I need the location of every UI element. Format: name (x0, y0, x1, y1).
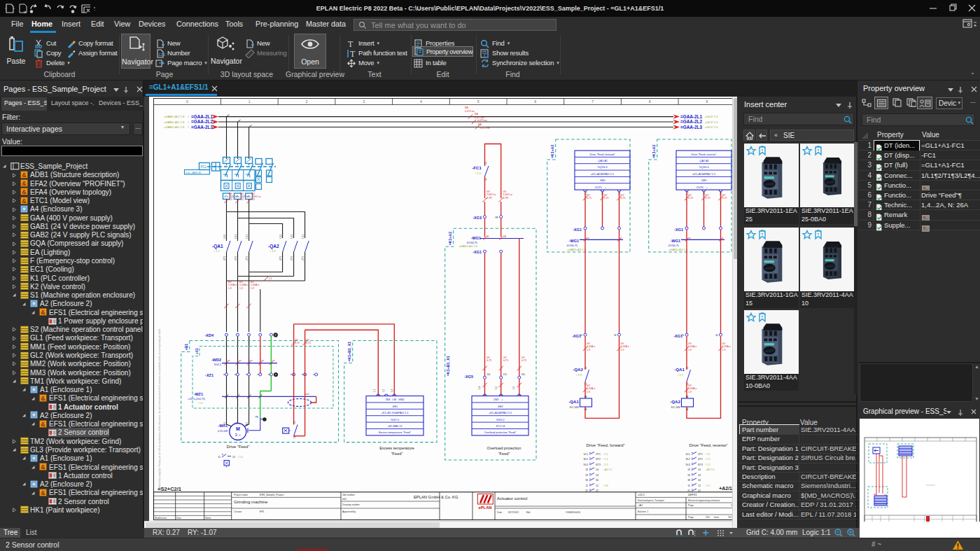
svg-text:=K1+B1_X1: =K1+B1_X1 (347, 342, 351, 362)
svg-text:=K1+A2&EPA1/ 5.5: =K1+A2&EPA1/ 5.5 (591, 173, 614, 176)
svg-text:1,9: 1,9 (587, 391, 590, 393)
svg-text:/ 1.1: / 1.1 (603, 458, 608, 461)
svg-text:RA: RA (475, 113, 478, 116)
svg-text:GY: GY (587, 342, 591, 345)
svg-text:-FC1:14: -FC1:14 (496, 425, 505, 428)
svg-text:34: 34 (596, 479, 598, 482)
svg-text:110: 110 (487, 373, 491, 376)
svg-text:Drive "Feed": Drive "Feed" (227, 445, 249, 449)
svg-text:33: 33 (687, 479, 690, 482)
svg-text:-XG1: -XG1 (573, 228, 582, 232)
svg-text:2/T1: 2/T1 (596, 453, 601, 456)
svg-text:+A2/ 1.5: +A2/ 1.5 (706, 468, 715, 471)
svg-text:-WD2: -WD2 (211, 358, 221, 362)
svg-text:1,3: 1,3 (391, 389, 393, 392)
svg-text:Actuator control: Actuator control (497, 496, 527, 501)
svg-text:0,75: 0,75 (295, 342, 300, 344)
svg-text:GY: GY (621, 342, 625, 345)
svg-text:0,75: 0,75 (722, 197, 727, 200)
svg-text:=GAB2+A2/ 1.6: =GAB2+A2/ 1.6 (458, 245, 477, 248)
svg-text:30: 30 (614, 334, 617, 337)
svg-text:ePLAN: ePLAN (479, 505, 492, 510)
svg-text:%QX4.4: %QX4.4 (699, 166, 708, 169)
svg-text:13: 13 (687, 468, 690, 471)
svg-text:B1: B1 (486, 235, 489, 238)
svg-text:4-473 sw: 4-473 sw (465, 110, 475, 113)
svg-text:=GAA-2L3: =GAA-2L3 (191, 125, 214, 130)
svg-text:-MA1: -MA1 (218, 424, 227, 428)
svg-text:GY: GY (587, 384, 591, 387)
svg-text:=K1+A2: =K1+A2 (652, 145, 656, 158)
svg-text:11: 11 (584, 367, 587, 369)
svg-text:OUT5 + -: OUT5 + - (594, 186, 610, 189)
svg-text:Date: Date (497, 511, 502, 514)
svg-text:1,9: 1,9 (251, 287, 254, 290)
svg-text:1,4...2A N 26: 1,4...2A N 26 (186, 172, 201, 174)
svg-text:GY: GY (688, 194, 692, 197)
svg-text:/ 1.1: / 1.1 (475, 172, 482, 175)
svg-text:GY: GY (722, 342, 727, 345)
svg-text:FC1: FC1 (201, 165, 207, 169)
svg-text:/ 1.9: / 1.9 (270, 249, 276, 253)
svg-text:SG2,5: SG2,5 (214, 363, 221, 366)
svg-text:EPLAN GmbH & Co. KG: EPLAN GmbH & Co. KG (414, 495, 458, 499)
svg-text:1,05A a: 1,05A a (688, 345, 696, 348)
svg-text:1/L1: 1/L1 (302, 235, 304, 239)
svg-text:+B1-MA1:12: +B1-MA1:12 (387, 425, 402, 428)
svg-text:5/L3: 5/L3 (685, 463, 690, 466)
svg-text:2/T1: 2/T1 (246, 256, 248, 260)
svg-text:1,2: 1,2 (382, 389, 385, 392)
svg-text:13: 13 (293, 421, 296, 424)
svg-text:&: & (41, 421, 46, 428)
svg-text:%IX7.0: %IX7.0 (391, 419, 399, 421)
svg-text:Name: Name (205, 517, 211, 519)
svg-text:%IX3.2: %IX3.2 (496, 419, 504, 421)
svg-text:-XD4: -XD4 (204, 333, 214, 337)
svg-text:1,4: 1,4 (478, 386, 481, 389)
svg-text:+K1+A2&EPA1/ 2.5: +K1+A2&EPA1/ 2.5 (489, 412, 512, 414)
svg-text:2/T1: 2/T1 (698, 453, 703, 456)
svg-text:-WG1: -WG1 (569, 239, 579, 243)
svg-text:1/GB4500020: 1/GB4500020 (566, 511, 580, 514)
svg-text:0,75: 0,75 (587, 197, 592, 200)
svg-text:-XG1: -XG1 (674, 228, 683, 232)
svg-text:4/T2: 4/T2 (698, 458, 703, 461)
svg-text:from: from (714, 516, 719, 519)
svg-text:1,9: 1,9 (228, 287, 232, 290)
svg-text:=K1+A2: =K1+A2 (550, 145, 554, 158)
svg-text:A1: A1 (584, 395, 587, 398)
svg-text:6/T3: 6/T3 (596, 463, 601, 466)
svg-text:&: & (41, 395, 46, 402)
svg-text:23: 23 (687, 474, 690, 477)
svg-text:/ 1.2: / 1.2 (706, 453, 710, 456)
svg-text:Job number: Job number (342, 494, 356, 496)
svg-text:1,9: 1,9 (239, 287, 243, 290)
svg-text:14: 14 (596, 468, 598, 471)
svg-text:1/L1: 1/L1 (279, 235, 282, 239)
svg-text:1/L1: 1/L1 (246, 235, 248, 239)
svg-text:11: 11 (686, 367, 689, 369)
svg-text:/ 1.2: / 1.2 (706, 463, 710, 466)
svg-text:1,9: 1,9 (688, 349, 692, 351)
svg-text:GY: GY (688, 342, 692, 345)
svg-text:"Feed": "Feed" (498, 452, 510, 456)
svg-text:13: 13 (585, 468, 588, 471)
svg-text:GY: GY (486, 356, 491, 359)
svg-text:+A2/1: +A2/1 (719, 486, 732, 491)
svg-text:0,75: 0,75 (306, 342, 311, 344)
svg-text:11: 11 (585, 484, 588, 487)
svg-text:&: & (22, 172, 27, 179)
svg-text:Grinding machine: Grinding machine (234, 499, 268, 504)
svg-text:1,9: 1,9 (722, 349, 726, 351)
svg-text:rt: rt (621, 237, 622, 239)
svg-text:12: 12 (232, 456, 235, 459)
svg-text:10: 10 (580, 334, 583, 337)
svg-text:=K1+B1_X1: =K1+B1_X1 (446, 356, 450, 376)
svg-text:1,05A a: 1,05A a (587, 387, 595, 390)
svg-text:5/L3: 5/L3 (583, 463, 588, 466)
svg-text:PE: PE (255, 416, 258, 419)
svg-text:2N3 LM GND: 2N3 LM GND (385, 398, 404, 401)
svg-text:&: & (41, 309, 46, 316)
svg-text:2/T1: 2/T1 (234, 256, 237, 260)
svg-text:-WG1: -WG1 (671, 239, 680, 243)
